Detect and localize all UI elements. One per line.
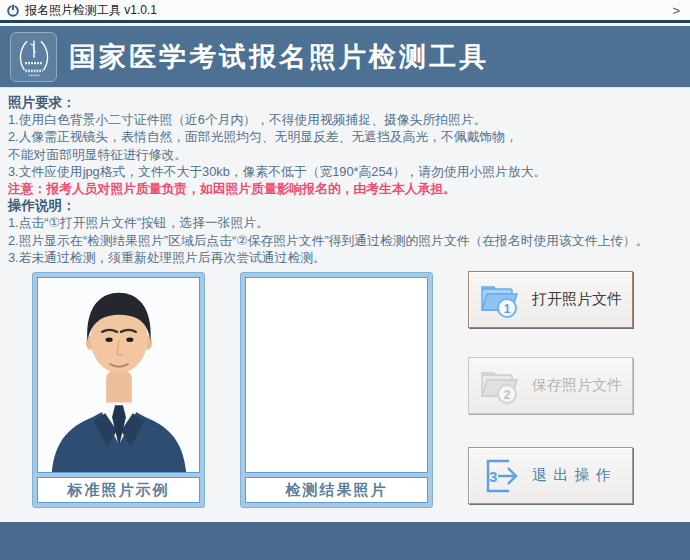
save-photo-button[interactable]: 2 保存照片文件: [468, 357, 633, 414]
bottom-status-bar: [0, 522, 690, 560]
sample-photo: [37, 277, 200, 473]
sample-portrait-image: [38, 278, 199, 472]
page-title: 国家医学考试报名照片检测工具: [69, 39, 489, 75]
exit-label: 退 出 操 作: [532, 466, 612, 485]
save-folder-icon-disabled: 2: [479, 367, 521, 405]
result-photo-label: 检测结果照片: [245, 477, 428, 503]
instructions-block: 照片要求： 1.使用白色背景小二寸证件照（近6个月内），不得使用视频捕捉、摄像头…: [8, 94, 686, 266]
operations-heading: 操作说明：: [8, 197, 686, 214]
svg-text:1: 1: [504, 301, 511, 315]
header-banner: 国家医学考试报名照片检测工具: [0, 26, 690, 88]
operation-line: 1.点击“①打开照片文件”按钮，选择一张照片。: [8, 214, 686, 231]
quality-notice: 注意：报考人员对照片质量负责，如因照片质量影响报名的，由考生本人承担。: [8, 180, 686, 197]
app-logo: [10, 32, 57, 82]
operation-line: 2.照片显示在“检测结果照片”区域后点击“②保存照片文件”得到通过检测的照片文件…: [8, 232, 686, 249]
sample-photo-panel: 标准照片示例: [32, 272, 205, 508]
requirement-line: 不能对面部明显特征进行修改。: [8, 146, 686, 163]
open-folder-icon: 1: [479, 281, 521, 319]
operation-line: 3.若未通过检测，须重新处理照片后再次尝试通过检测。: [8, 249, 686, 266]
window-title: 报名照片检测工具 v1.0.1: [25, 0, 157, 20]
svg-text:2: 2: [504, 387, 511, 401]
app-window: 报名照片检测工具 v1.0.1 > 国家医学考试报名照片检测工具 照片要求： 1…: [0, 0, 690, 560]
svg-text:3: 3: [489, 467, 497, 484]
app-power-icon: [6, 3, 20, 17]
exit-arrow-icon: 3: [479, 457, 521, 495]
save-photo-label: 保存照片文件: [532, 376, 622, 395]
requirement-line: 2.人像需正视镜头，表情自然，面部光照均匀、无明显反差、无遮挡及高光，不佩戴饰物…: [8, 128, 686, 145]
requirement-line: 1.使用白色背景小二寸证件照（近6个月内），不得使用视频捕捉、摄像头所拍照片。: [8, 111, 686, 128]
open-photo-label: 打开照片文件: [532, 290, 622, 309]
requirements-heading: 照片要求：: [8, 94, 686, 111]
sample-photo-label: 标准照片示例: [37, 477, 200, 503]
requirement-line: 3.文件应使用jpg格式，文件不大于30kb，像素不低于（宽190*高254），…: [8, 163, 686, 180]
open-photo-button[interactable]: 1 打开照片文件: [468, 271, 633, 328]
titlebar-overflow-chevron[interactable]: >: [672, 3, 684, 18]
titlebar: 报名照片检测工具 v1.0.1 >: [0, 0, 690, 23]
result-photo-empty: [245, 277, 428, 473]
exit-button[interactable]: 3 退 出 操 作: [468, 447, 633, 504]
result-photo-panel: 检测结果照片: [240, 272, 433, 508]
medical-emblem-icon: [14, 35, 54, 79]
